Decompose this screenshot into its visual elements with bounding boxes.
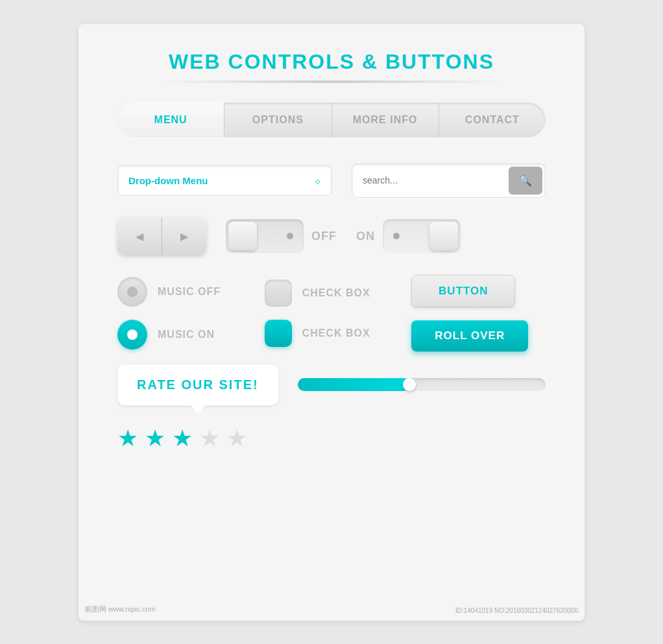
toggle-on-label: ON [356, 230, 375, 243]
star-3[interactable]: ★ [172, 425, 193, 452]
page-title: WEB CONTROLS & BUTTONS [117, 50, 546, 74]
radio-check-row: MUSIC OFF MUSIC ON CHECK BOX CHECK BOX B… [117, 275, 546, 352]
nav-item-more-info[interactable]: MORE INFO [332, 102, 439, 137]
watermark-id: ID:14041019 NO:20160302124027620000 [455, 607, 578, 614]
nav-item-contact[interactable]: CONTACT [439, 102, 546, 137]
prev-button[interactable]: ◀ [117, 217, 162, 256]
radio-label-off: MUSIC OFF [158, 286, 221, 298]
checkbox-checked[interactable] [265, 320, 292, 347]
radio-item-on: MUSIC ON [117, 320, 252, 350]
rollover-button[interactable]: ROLL OVER [411, 320, 528, 352]
nav-item-menu[interactable]: MENU [117, 102, 224, 137]
radio-inner-off [127, 287, 138, 297]
main-card: WEB CONTROLS & BUTTONS MENU OPTIONS MORE… [78, 24, 585, 621]
title-divider [160, 80, 503, 83]
checkbox-unchecked[interactable] [265, 280, 292, 307]
dropdown-label: Drop-down Menu [128, 175, 208, 186]
radio-label-on: MUSIC ON [158, 329, 215, 340]
nav-bar: MENU OPTIONS MORE INFO CONTACT [117, 102, 546, 137]
watermark: 昵图网 www.nipic.com [85, 604, 156, 614]
search-box: 🔍 [352, 163, 546, 198]
next-icon: ▶ [180, 230, 188, 243]
rate-bubble: RATE OUR SITE! [117, 364, 278, 405]
radio-btn-off[interactable] [117, 277, 147, 307]
search-button[interactable]: 🔍 [509, 167, 542, 195]
star-2[interactable]: ★ [145, 425, 165, 452]
slider-thumb[interactable] [403, 378, 416, 391]
normal-button[interactable]: BUTTON [411, 275, 515, 307]
next-button[interactable]: ▶ [162, 217, 206, 256]
checkbox-item-unchecked: CHECK BOX [265, 280, 399, 307]
radio-item-off: MUSIC OFF [117, 277, 252, 307]
toggle-on-track[interactable] [383, 219, 461, 253]
toggle-off-container: OFF [226, 219, 337, 253]
nav-item-options[interactable]: OPTIONS [224, 102, 332, 137]
checkbox-label-checked: CHECK BOX [302, 328, 370, 339]
media-row: ◀ ▶ OFF ON [117, 217, 546, 256]
rate-text: RATE OUR SITE! [137, 377, 259, 392]
prev-icon: ◀ [136, 230, 143, 243]
toggle-off-knob [228, 222, 257, 250]
dropdown-arrow-icon: ⬦ [314, 174, 321, 186]
toggle-off-dot [287, 233, 293, 239]
toggle-on-container: ON [356, 219, 461, 253]
checkbox-item-checked: CHECK BOX [265, 320, 399, 347]
button-group: BUTTON ROLL OVER [411, 275, 546, 352]
controls-row: Drop-down Menu ⬦ 🔍 [117, 163, 546, 198]
search-icon: 🔍 [519, 175, 532, 186]
radio-btn-on[interactable] [117, 320, 147, 350]
checkbox-label-unchecked: CHECK BOX [302, 287, 370, 299]
toggle-on-knob [429, 222, 458, 250]
media-player: ◀ ▶ [117, 217, 206, 256]
dropdown[interactable]: Drop-down Menu ⬦ [117, 165, 332, 196]
slider-fill [298, 378, 409, 391]
radio-group: MUSIC OFF MUSIC ON [117, 277, 252, 350]
toggle-off-label: OFF [311, 230, 337, 243]
star-4[interactable]: ★ [199, 425, 220, 452]
slider-track[interactable] [298, 378, 546, 391]
toggle-off-track[interactable] [226, 219, 304, 253]
slider-wrapper [298, 378, 546, 391]
radio-inner-on [127, 329, 138, 340]
star-5[interactable]: ★ [226, 425, 247, 452]
star-1[interactable]: ★ [117, 425, 138, 452]
stars-row: ★ ★ ★ ★ ★ [117, 425, 546, 452]
checkbox-group: CHECK BOX CHECK BOX [265, 280, 399, 347]
toggle-on-dot [393, 233, 400, 239]
search-input[interactable] [352, 166, 506, 195]
rate-row: RATE OUR SITE! [117, 364, 546, 405]
